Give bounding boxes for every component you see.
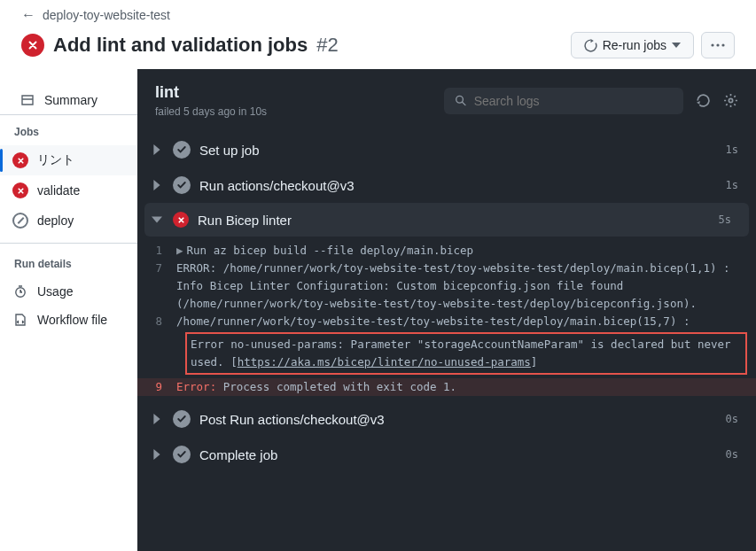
svg-point-0 xyxy=(711,43,713,46)
summary-icon xyxy=(19,93,35,107)
step-label: Run Bicep linter xyxy=(198,213,710,228)
run-status-fail-icon xyxy=(21,34,44,57)
line-number: 7 xyxy=(137,260,176,313)
step-label: Complete job xyxy=(199,447,717,462)
sidebar-summary[interactable]: Summary xyxy=(0,86,137,115)
line-number: 9 xyxy=(137,378,176,396)
disclosure-triangle-icon[interactable]: ▶ xyxy=(176,244,183,257)
chevron-down-icon xyxy=(672,41,681,50)
stopwatch-icon xyxy=(12,284,28,299)
sidebar-job-deploy[interactable]: deploy xyxy=(0,206,137,236)
run-number: #2 xyxy=(316,34,338,57)
page-title: Add lint and validation jobs xyxy=(53,34,308,57)
step-label: Set up job xyxy=(199,143,717,158)
chevron-right-icon xyxy=(150,449,164,460)
linter-doc-link[interactable]: https://aka.ms/bicep/linter/no-unused-pa… xyxy=(238,355,531,369)
chevron-right-icon xyxy=(150,414,164,424)
line-number: 8 xyxy=(137,313,176,330)
svg-point-5 xyxy=(729,98,732,102)
step-bicep-linter[interactable]: Run Bicep linter 5s xyxy=(144,203,749,237)
chevron-right-icon xyxy=(150,144,164,155)
sidebar-summary-label: Summary xyxy=(44,93,97,107)
log-text: Run az bicep build --file deploy/main.bi… xyxy=(187,244,474,257)
x-icon xyxy=(12,152,28,168)
step-time: 1s xyxy=(726,144,738,156)
check-icon xyxy=(173,446,191,463)
rerun-jobs-button[interactable]: Re-run jobs xyxy=(571,32,694,58)
step-label: Run actions/checkout@v3 xyxy=(199,178,717,193)
log-text: Error no-unused-params: Parameter "stora… xyxy=(191,338,737,369)
sidebar-job-label: validate xyxy=(37,183,80,198)
refresh-icon xyxy=(584,39,597,52)
sidebar: Summary Jobs リント validate deploy Run xyxy=(0,69,137,551)
x-icon xyxy=(12,182,28,198)
refresh-logs-icon[interactable] xyxy=(696,93,711,108)
step-checkout[interactable]: Run actions/checkout@v3 1s xyxy=(137,167,756,203)
sidebar-usage[interactable]: Usage xyxy=(0,277,137,306)
sidebar-usage-label: Usage xyxy=(37,284,73,299)
log-error-prefix: Error: xyxy=(176,380,216,393)
check-icon xyxy=(173,141,191,159)
rerun-jobs-label: Re-run jobs xyxy=(603,38,666,52)
step-label: Post Run actions/checkout@v3 xyxy=(199,412,717,427)
back-arrow-icon[interactable]: ← xyxy=(21,7,35,23)
workflow-file-icon xyxy=(12,313,28,327)
sidebar-job-validate[interactable]: validate xyxy=(0,175,137,206)
x-icon xyxy=(173,212,189,228)
log-line: 8 /home/runner/work/toy-website-test/toy… xyxy=(137,313,756,330)
breadcrumb: ← deploy-toy-website-test xyxy=(21,7,735,23)
divider xyxy=(0,243,137,244)
line-number: 1 xyxy=(137,242,176,260)
step-time: 5s xyxy=(719,213,731,226)
sidebar-workflow-file-label: Workflow file xyxy=(37,313,107,327)
log-text: ERROR: /home/runner/work/toy-website-tes… xyxy=(176,260,745,313)
error-highlight-box: Error no-unused-params: Parameter "stora… xyxy=(185,332,747,375)
sidebar-workflow-file[interactable]: Workflow file xyxy=(0,306,137,334)
log-panel: lint failed 5 days ago in 10s xyxy=(137,69,756,551)
check-icon xyxy=(173,176,191,194)
step-setup-job[interactable]: Set up job 1s xyxy=(137,132,756,167)
run-details-heading: Run details xyxy=(0,251,137,277)
chevron-right-icon xyxy=(150,180,164,190)
breadcrumb-repo[interactable]: deploy-toy-website-test xyxy=(43,8,170,22)
more-actions-button[interactable] xyxy=(701,32,735,58)
log-line: 1 ▶Run az bicep build --file deploy/main… xyxy=(137,242,756,260)
search-logs-box[interactable] xyxy=(444,88,683,114)
step-post-checkout[interactable]: Post Run actions/checkout@v3 0s xyxy=(137,401,756,437)
log-text: Process completed with exit code 1. xyxy=(216,380,456,393)
gear-icon[interactable] xyxy=(723,93,738,108)
kebab-icon xyxy=(711,43,725,47)
step-time: 0s xyxy=(726,413,738,425)
step-body-bicep: 1 ▶Run az bicep build --file deploy/main… xyxy=(137,237,756,401)
chevron-down-icon xyxy=(150,216,164,223)
svg-point-1 xyxy=(716,43,719,46)
svg-point-2 xyxy=(721,43,724,46)
search-input[interactable] xyxy=(474,94,673,108)
step-time: 1s xyxy=(726,179,738,191)
search-icon xyxy=(455,94,467,107)
sidebar-job-label: リント xyxy=(37,152,74,168)
jobs-heading: Jobs xyxy=(0,119,137,145)
skipped-icon xyxy=(12,213,28,229)
log-line: 7 ERROR: /home/runner/work/toy-website-t… xyxy=(137,260,756,313)
step-complete-job[interactable]: Complete job 0s xyxy=(137,437,756,472)
log-job-title: lint xyxy=(155,83,267,102)
sidebar-job-label: deploy xyxy=(37,213,74,228)
log-text: /home/runner/work/toy-website-test/toy-w… xyxy=(176,313,745,330)
log-job-subtitle: failed 5 days ago in 10s xyxy=(155,105,267,118)
log-line-error: 9 Error: Process completed with exit cod… xyxy=(137,378,756,396)
check-icon xyxy=(173,410,191,428)
step-time: 0s xyxy=(726,448,738,461)
sidebar-job-lint[interactable]: リント xyxy=(0,145,137,175)
